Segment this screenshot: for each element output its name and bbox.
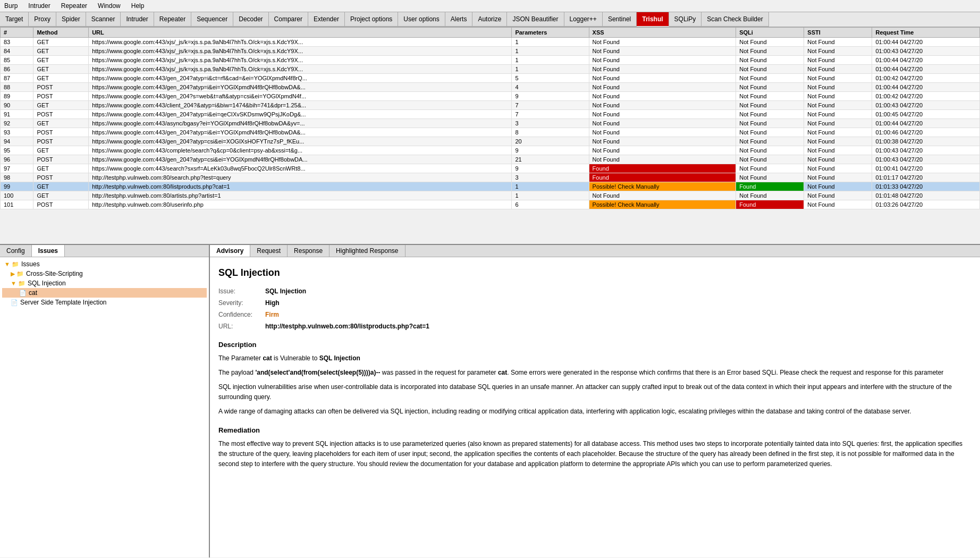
table-cell: Not Found (589, 101, 736, 110)
table-cell: Not Found (736, 191, 804, 200)
advisory-desc-p1: The Parameter cat is Vulnerable to SQL I… (218, 353, 971, 363)
col-header-sqli[interactable]: SQLi (736, 28, 804, 38)
advisory-content: SQL Injection Issue: SQL Injection Sever… (210, 257, 980, 557)
tree-item-cat[interactable]: 📄 cat (2, 288, 207, 298)
table-cell: Not Found (589, 155, 736, 164)
table-cell: Not Found (589, 65, 736, 74)
tab-response[interactable]: Response (288, 245, 330, 257)
tab-alerts[interactable]: Alerts (445, 12, 473, 27)
tab-intruder[interactable]: Intruder (121, 12, 154, 27)
table-cell: 94 (1, 137, 33, 146)
tab-target[interactable]: Target (0, 12, 29, 27)
tab-logger++[interactable]: Logger++ (564, 12, 603, 27)
tree-item-issues[interactable]: ▼ 📁 Issues (2, 259, 207, 269)
tab-issues[interactable]: Issues (32, 245, 65, 257)
menu-intruder[interactable]: Intruder (26, 1, 52, 11)
table-row[interactable]: 100GEThttp://testphp.vulnweb.com:80/arti… (1, 191, 980, 200)
table-cell: Not Found (804, 38, 872, 47)
table-cell: https://www.google.com:443/gen_204?atyp=… (89, 110, 512, 119)
tab-sentinel[interactable]: Sentinel (603, 12, 637, 27)
tab-comparer[interactable]: Comparer (269, 12, 308, 27)
col-header-time[interactable]: Request Time (872, 28, 980, 38)
tab-scanner[interactable]: Scanner (86, 12, 121, 27)
table-row[interactable]: 95GEThttps://www.google.com:443/complete… (1, 146, 980, 155)
folder-open-icon: ▼ 📁 (11, 280, 26, 287)
table-row[interactable]: 84GEThttps://www.google.com:443/xjs/_js/… (1, 47, 980, 56)
table-cell: 1 (512, 47, 589, 56)
tab-extender[interactable]: Extender (308, 12, 345, 27)
tab-user-options[interactable]: User options (398, 12, 445, 27)
table-cell: https://www.google.com:443/xjs/_js/k=xjs… (89, 65, 512, 74)
table-cell: 20 (512, 137, 589, 146)
table-row[interactable]: 91POSThttps://www.google.com:443/gen_204… (1, 110, 980, 119)
col-header-url[interactable]: URL (89, 28, 512, 38)
tab-highlighted-response[interactable]: Highlighted Response (330, 245, 405, 257)
table-cell: Not Found (736, 101, 804, 110)
tab-repeater[interactable]: Repeater (154, 12, 191, 27)
table-cell: Not Found (804, 119, 872, 128)
tab-project-options[interactable]: Project options (345, 12, 398, 27)
table-row[interactable]: 87GEThttps://www.google.com:443/gen_204?… (1, 74, 980, 83)
table-row[interactable]: 94POSThttps://www.google.com:443/gen_204… (1, 137, 980, 146)
col-header-xss[interactable]: XSS (589, 28, 736, 38)
table-cell: 96 (1, 155, 33, 164)
tab-sequencer[interactable]: Sequencer (191, 12, 233, 27)
col-header-ssti[interactable]: SSTI (804, 28, 872, 38)
table-cell: GET (33, 56, 89, 65)
tab-scan-check-builder[interactable]: Scan Check Builder (702, 12, 768, 27)
table-row[interactable]: 101POSThttp://testphp.vulnweb.com:80/use… (1, 200, 980, 209)
advisory-title: SQL Injection (218, 266, 971, 280)
tab-decoder[interactable]: Decoder (233, 12, 268, 27)
table-cell: 100 (1, 191, 33, 200)
table-row[interactable]: 97GEThttps://www.google.com:443/search?s… (1, 164, 980, 173)
tab-config[interactable]: Config (0, 245, 32, 257)
col-header-params[interactable]: Parameters (512, 28, 589, 38)
tab-spider[interactable]: Spider (56, 12, 86, 27)
col-header-method[interactable]: Method (33, 28, 89, 38)
table-cell: 01:00:41 04/27/20 (872, 164, 980, 173)
tab-advisory[interactable]: Advisory (210, 245, 250, 257)
table-row[interactable]: 96POSThttps://www.google.com:443/gen_204… (1, 155, 980, 164)
table-cell: 7 (512, 110, 589, 119)
tree-item-sql-injection[interactable]: ▼ 📁 SQL Injection (2, 278, 207, 288)
table-cell: 6 (512, 200, 589, 209)
tree-label: Server Side Template Injection (20, 299, 107, 306)
tab-json-beautifier[interactable]: JSON Beautifier (507, 12, 564, 27)
table-cell: 01:00:43 04/27/20 (872, 47, 980, 56)
bottom-section: Config Issues ▼ 📁 Issues▶ 📁 Cross-Site-S… (0, 245, 980, 557)
tab-request[interactable]: Request (250, 245, 288, 257)
tab-proxy[interactable]: Proxy (29, 12, 56, 27)
tree-label: Cross-Site-Scripting (26, 270, 83, 277)
table-cell: Not Found (804, 47, 872, 56)
issue-label: Issue: (218, 286, 261, 296)
tab-trishul[interactable]: Trishul (637, 12, 669, 27)
menu-repeater[interactable]: Repeater (59, 1, 89, 11)
table-row[interactable]: 86GEThttps://www.google.com:443/xjs/_js/… (1, 65, 980, 74)
tree-item-server-side-template-injection[interactable]: 📄 Server Side Template Injection (2, 298, 207, 307)
file-icon: 📄 (19, 290, 27, 297)
table-row[interactable]: 85GEThttps://www.google.com:443/xjs/_js/… (1, 56, 980, 65)
col-header-num[interactable]: # (1, 28, 33, 38)
table-cell: GET (33, 164, 89, 173)
request-table-container[interactable]: # Method URL Parameters XSS SQLi SSTI Re… (0, 27, 980, 244)
menu-help[interactable]: Help (129, 1, 147, 11)
menu-burp[interactable]: Burp (2, 1, 20, 11)
tab-autorize[interactable]: Autorize (472, 12, 507, 27)
table-cell: Not Found (589, 146, 736, 155)
tree-item-cross-site-scripting[interactable]: ▶ 📁 Cross-Site-Scripting (2, 269, 207, 278)
table-cell: Not Found (736, 65, 804, 74)
table-cell: 01:00:38 04/27/20 (872, 137, 980, 146)
table-cell: 88 (1, 83, 33, 92)
table-cell: 8 (512, 128, 589, 137)
table-row[interactable]: 89POSThttps://www.google.com:443/gen_204… (1, 92, 980, 101)
tab-sqlipy[interactable]: SQLiPy (669, 12, 702, 27)
table-cell: 7 (512, 101, 589, 110)
table-row[interactable]: 93POSThttps://www.google.com:443/gen_204… (1, 128, 980, 137)
menu-window[interactable]: Window (96, 1, 123, 11)
table-row[interactable]: 99GEThttp://testphp.vulnweb.com:80/listp… (1, 182, 980, 191)
table-row[interactable]: 83GEThttps://www.google.com:443/xjs/_js/… (1, 38, 980, 47)
table-row[interactable]: 88POSThttps://www.google.com:443/gen_204… (1, 83, 980, 92)
table-row[interactable]: 92GEThttps://www.google.com:443/async/bg… (1, 119, 980, 128)
table-row[interactable]: 98POSThttp://testphp.vulnweb.com:80/sear… (1, 173, 980, 182)
table-row[interactable]: 90GEThttps://www.google.com:443/client_2… (1, 101, 980, 110)
